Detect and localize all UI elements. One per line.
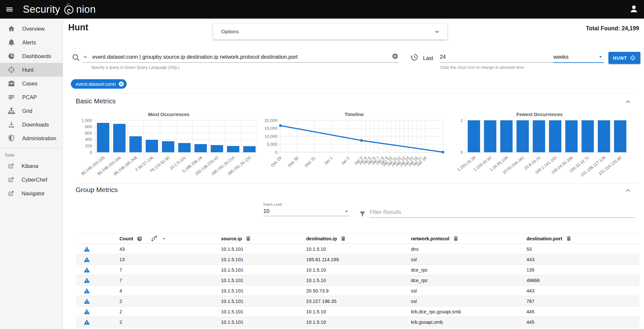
bar[interactable]	[565, 120, 578, 152]
sidebar-item-administration[interactable]: Administration	[0, 131, 63, 145]
sidebar-item-hunt[interactable]: Hunt	[0, 63, 63, 77]
data-point[interactable]	[279, 124, 282, 127]
row-actions-cell	[76, 265, 116, 275]
bar[interactable]	[227, 146, 239, 152]
bar[interactable]	[516, 120, 529, 152]
bar[interactable]	[211, 145, 223, 152]
top-app-bar: Security nion	[0, 0, 644, 19]
options-expander[interactable]: Options	[213, 23, 447, 39]
sidebar-item-pcap[interactable]: PCAP	[0, 90, 63, 104]
warning-triangle-icon[interactable]	[84, 319, 90, 325]
sidebar-item-overview[interactable]: Overview	[0, 22, 63, 36]
search-input[interactable]	[92, 54, 392, 60]
filter-results-input[interactable]	[370, 206, 635, 217]
sidebar-item-grid[interactable]: Grid	[0, 104, 63, 118]
row-actions-cell	[76, 307, 116, 317]
warning-triangle-icon[interactable]	[84, 288, 90, 294]
section-divider	[77, 183, 639, 184]
bar[interactable]	[113, 124, 126, 152]
sidebar-item-downloads[interactable]: Downloads	[0, 118, 63, 131]
table-row: 710.1.5.10110.1.5.10dce_rpc135	[76, 265, 639, 275]
svg-text:Dec 31: Dec 31	[304, 156, 316, 168]
bar[interactable]	[614, 120, 626, 152]
warning-triangle-icon[interactable]	[84, 246, 90, 252]
bar[interactable]	[243, 146, 256, 152]
bar[interactable]	[533, 120, 545, 152]
bar[interactable]	[178, 143, 191, 152]
cell-Count: 2	[116, 307, 216, 317]
timeline-chart: 05,00010,00015,00020,000Dec 29Dec 30Dec …	[264, 118, 444, 180]
sidebar-item-label: Downloads	[22, 122, 49, 128]
bar[interactable]	[195, 144, 207, 152]
bar[interactable]	[582, 120, 594, 152]
warning-triangle-icon[interactable]	[84, 277, 90, 284]
total-found: Total Found: 24,199	[586, 25, 639, 32]
logo-text-prefix: Security	[23, 4, 60, 15]
warning-triangle-icon[interactable]	[84, 298, 90, 305]
column-header-Count: Count	[116, 233, 216, 244]
sidebar-item-cases[interactable]: Cases	[0, 77, 63, 90]
sidebar-tool-kibana[interactable]: Kibana	[0, 159, 63, 173]
filter-results-field	[370, 206, 635, 218]
actions-column-header	[76, 233, 116, 244]
home-icon	[8, 25, 15, 33]
cell-source-ip: 10.1.5.101	[216, 307, 301, 317]
bar[interactable]	[500, 120, 513, 152]
svg-text:Dec 29: Dec 29	[270, 156, 282, 168]
bar[interactable]	[484, 120, 496, 152]
cell-Count: 7	[116, 275, 216, 286]
query-history-chevron-icon[interactable]	[82, 54, 88, 60]
table-row: 710.1.5.10110.1.5.10dce_rpc49666	[76, 275, 639, 286]
collapse-group-metrics-icon[interactable]	[624, 187, 632, 195]
caret-down-icon[interactable]	[161, 236, 167, 242]
bar[interactable]	[146, 140, 158, 152]
download-icon	[8, 121, 15, 128]
data-point[interactable]	[442, 151, 444, 154]
remove-column-icon[interactable]	[245, 235, 251, 242]
time-unit-select[interactable]: weeks	[553, 51, 604, 63]
svg-text:15,000: 15,000	[264, 126, 277, 131]
cell-source-ip: 10.1.5.101	[216, 317, 301, 327]
remove-column-icon[interactable]	[566, 235, 572, 242]
fetch-limit-select[interactable]: Fetch Limit 10	[263, 202, 350, 216]
cell-destination-port: 445	[521, 317, 639, 327]
warning-triangle-icon[interactable]	[84, 267, 90, 273]
bar[interactable]	[549, 120, 561, 152]
caret-down-icon	[597, 53, 604, 60]
group-metrics-table: Countsource.ipdestination.ipnetwork.prot…	[76, 233, 639, 327]
filter-funnel-icon	[359, 210, 366, 218]
clear-query-icon[interactable]	[392, 53, 399, 61]
remove-column-icon[interactable]	[453, 235, 459, 242]
filter-chip[interactable]: event.dataset:conn	[71, 79, 127, 89]
sidebar-item-label: PCAP	[22, 94, 37, 100]
chip-close-icon[interactable]	[118, 81, 124, 87]
warning-triangle-icon[interactable]	[84, 256, 90, 263]
hamburger-menu-icon[interactable]	[0, 5, 19, 14]
bar[interactable]	[598, 120, 610, 152]
bar[interactable]	[97, 123, 109, 152]
bar[interactable]	[130, 136, 142, 152]
warning-triangle-icon[interactable]	[84, 308, 90, 315]
hunt-button[interactable]: HUNT	[608, 52, 640, 64]
sidebar-item-dashboards[interactable]: Dashboards	[0, 49, 63, 63]
cell-source-ip: 10.1.5.101	[216, 254, 301, 265]
duration-input[interactable]	[440, 51, 553, 62]
pie-chart-toggle-icon[interactable]	[136, 235, 143, 242]
sidebar-main-list: OverviewAlertsDashboardsHuntCasesPCAPGri…	[0, 22, 63, 145]
collapse-basic-metrics-icon[interactable]	[624, 98, 632, 106]
data-point[interactable]	[360, 139, 363, 142]
user-avatar-icon[interactable]	[629, 4, 639, 15]
remove-column-icon[interactable]	[340, 235, 346, 242]
graph-toggle-icon[interactable]	[151, 235, 158, 242]
options-label: Options	[221, 29, 239, 35]
bar[interactable]	[468, 120, 480, 152]
clock-history-icon[interactable]	[410, 53, 418, 62]
total-found-label: Total Found:	[586, 25, 620, 32]
sidebar-item-alerts[interactable]: Alerts	[0, 36, 63, 49]
sitemap-icon	[8, 107, 15, 115]
table-row: 4310.1.5.10110.1.5.10dns53	[76, 244, 639, 254]
cell-Count: 7	[116, 265, 216, 275]
bar[interactable]	[162, 141, 174, 152]
sidebar-tool-cyberchef[interactable]: CyberChef	[0, 173, 63, 187]
sidebar-tool-navigator[interactable]: Navigator	[0, 187, 63, 200]
